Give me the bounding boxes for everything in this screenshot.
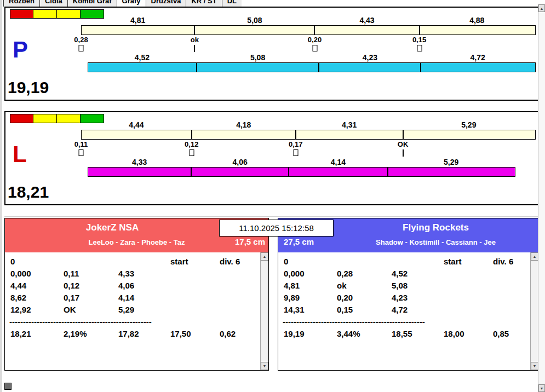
jump-height: 17,5 cm [235, 237, 265, 246]
split-bar-segment [197, 63, 319, 72]
table-cell: 18,21 [10, 329, 64, 341]
table-separator: ----------------------------------------… [5, 317, 260, 329]
table-cell: 0,11 [64, 269, 118, 281]
tab-grafy[interactable]: Grafy [117, 0, 146, 7]
table-cell [118, 257, 170, 269]
lane-letter: L [13, 143, 27, 166]
table-cell: 0,15 [337, 305, 392, 317]
change-mark-label: ok [191, 36, 199, 44]
upper-split-labels: 4,444,184,315,29 [5, 120, 538, 129]
table-cell: 4,14 [118, 293, 170, 305]
table-row: 9,890,204,23 [278, 293, 530, 305]
scroll-up-icon[interactable]: ▲ [261, 252, 268, 261]
tab-kr-st[interactable]: KR / ST [186, 0, 222, 7]
table-cell [170, 281, 220, 293]
split-bar-segment [289, 168, 388, 176]
table-row: 18,212,19%17,8217,500,62 [5, 329, 260, 341]
upper-split-bar [81, 25, 536, 35]
split-time-label: 4,72 [471, 53, 485, 62]
table-cell: div. 6 [493, 257, 513, 269]
table-cell: 18,55 [392, 329, 444, 341]
table-cell: 0,000 [10, 269, 64, 281]
split-time-label: 4,31 [342, 120, 357, 129]
table-cell: 18,00 [444, 329, 493, 341]
lower-split-labels: 4,525,084,234,72 [5, 53, 538, 61]
table-cell: 0,20 [337, 293, 392, 305]
change-mark-label: 0,11 [74, 140, 88, 148]
split-bar-segment [404, 130, 535, 139]
change-marks-row: 0,110,120,17OK [5, 140, 538, 158]
change-mark-label: 0,28 [74, 36, 88, 44]
split-bar-segment [82, 26, 195, 34]
fault-tick-box [312, 45, 317, 51]
table-cell: 4,52 [392, 269, 444, 281]
change-mark-label: OK [398, 140, 409, 148]
split-bar-segment [421, 63, 535, 72]
fault-tick-box [79, 149, 84, 156]
upper-split-bar [81, 130, 536, 140]
scroll-down-icon[interactable]: ▼ [261, 362, 268, 370]
ok-tick-mark [403, 149, 404, 157]
table-cell: 4,72 [392, 305, 444, 317]
scroll-up-icon[interactable]: ▲ [531, 252, 538, 261]
table-cell [392, 257, 444, 269]
split-time-label: 4,44 [129, 120, 144, 129]
table-cell: 5,29 [118, 305, 170, 317]
table-cell: 0,12 [64, 281, 118, 293]
table-cell: ok [337, 281, 392, 293]
split-time-label: 5,29 [461, 120, 476, 129]
table-cell: 0,28 [337, 269, 392, 281]
change-mark-label: 0,20 [308, 36, 322, 44]
results-section: 11.10.2025 15:12:58 JokerZ NSA LeeLoo - … [4, 218, 539, 371]
team-panel-right: Flying Rockets Shadow - Kostimill - Cass… [278, 218, 539, 371]
tab-dru-stv[interactable]: Družstvá [146, 0, 187, 7]
table-cell: 4,81 [284, 281, 337, 293]
fault-tick-box [79, 45, 84, 51]
tab-kombi-graf[interactable]: Kombi Graf [67, 0, 117, 7]
table-cell: 0,17 [64, 293, 118, 305]
change-marks-row: 0,28ok0,200,15 [5, 36, 538, 53]
table-cell: 17,50 [170, 329, 220, 341]
tab-rozbeh[interactable]: Rozbeh [3, 0, 40, 7]
split-bar-segment [420, 26, 535, 34]
tab-cidla[interactable]: Cidla [39, 0, 68, 7]
table-cell [170, 305, 220, 317]
split-time-label: 5,08 [247, 16, 262, 25]
table-scrollbar[interactable]: ▲ ▼ [530, 252, 538, 370]
section-divider [4, 216, 539, 217]
table-cell: OK [64, 305, 118, 317]
scroll-down-icon[interactable]: ▼ [531, 362, 538, 370]
table-cell: 4,23 [392, 293, 444, 305]
tab-dl[interactable]: DL [222, 0, 242, 7]
tab-bar: RozbehCidlaKombi GrafGrafyDružstváKR / S… [3, 0, 242, 7]
window-vertical-scrollbar[interactable]: ▲ ▼ [538, 4, 545, 392]
lane-total-time: 19,19 [8, 79, 49, 96]
table-row: 4,440,124,06 [5, 281, 260, 293]
table-row: 8,620,174,14 [5, 293, 260, 305]
lane-letter: P [13, 38, 28, 61]
table-body: 0startdiv. 60,0000,284,524,81ok5,089,890… [278, 257, 530, 341]
split-bar-segment [296, 130, 404, 139]
jump-height: 27,5 cm [284, 237, 314, 246]
split-time-label: 4,06 [233, 158, 248, 166]
scroll-down-icon[interactable]: ▼ [538, 384, 545, 392]
table-row: 0,0000,284,52 [278, 269, 530, 281]
lower-split-labels: 4,334,064,145,29 [5, 158, 538, 166]
split-bar-segment [192, 130, 296, 139]
corner-button[interactable] [4, 383, 12, 390]
table-row: 0,0000,114,33 [5, 269, 260, 281]
table-row: 4,81ok5,08 [278, 281, 530, 293]
table-cell: 14,31 [284, 305, 337, 317]
table-scrollbar[interactable]: ▲ ▼ [260, 252, 268, 370]
split-bar-segment [88, 63, 197, 72]
table-cell: 8,62 [10, 293, 64, 305]
table-cell [444, 293, 493, 305]
split-bar-segment [192, 168, 289, 176]
scroll-up-icon[interactable]: ▲ [538, 4, 545, 12]
lane-panel-p: 4,815,084,434,88 0,28ok0,200,15 4,525,08… [4, 7, 540, 101]
split-time-label: 5,08 [250, 53, 265, 62]
table-cell: 9,89 [284, 293, 337, 305]
window-left-edge [0, 0, 2, 392]
team-name: Flying Rockets [333, 222, 538, 233]
table-cell: 0 [284, 257, 337, 269]
